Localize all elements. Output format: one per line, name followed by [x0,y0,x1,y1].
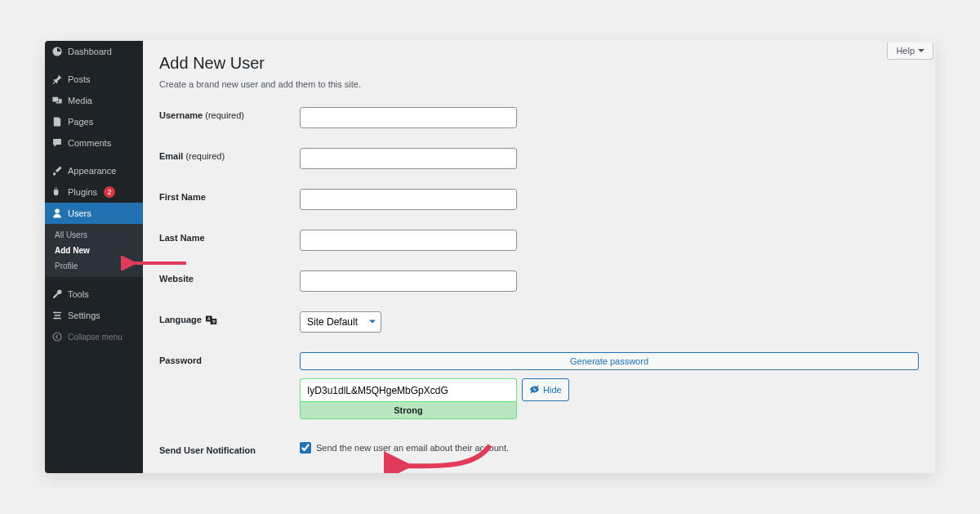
username-label: Username (required) [159,107,300,120]
sidebar-item-plugins[interactable]: Plugins 2 [45,181,143,203]
svg-point-3 [53,333,61,341]
page-icon [51,116,63,127]
sidebar-item-label: Posts [68,74,91,84]
password-label: Password [159,352,300,365]
sidebar-item-label: Dashboard [68,47,112,56]
settings-icon [51,310,63,321]
sidebar-item-settings[interactable]: Settings [45,305,143,326]
email-input[interactable] [300,148,517,169]
notification-text: Send the new user an email about their a… [316,443,509,453]
sidebar-item-appearance[interactable]: Appearance [45,160,143,181]
sidebar-submenu-users: All Users Add New Profile [45,224,143,277]
email-label: Email (required) [159,148,300,161]
notification-checkbox-row[interactable]: Send the new user an email about their a… [300,442,919,454]
language-select[interactable]: Site Default [300,311,381,333]
svg-text:字: 字 [212,320,216,324]
sidebar-item-tools[interactable]: Tools [45,284,143,305]
dashboard-icon [51,46,63,57]
svg-point-2 [56,317,57,319]
brush-icon [51,165,63,177]
submenu-profile[interactable]: Profile [45,258,143,274]
sidebar-item-pages[interactable]: Pages [45,111,143,132]
generate-password-button[interactable]: Generate password [300,352,919,370]
help-tab[interactable]: Help [887,42,933,60]
website-input[interactable] [300,270,517,292]
sidebar-item-label: Media [68,96,92,105]
collapse-icon [51,331,63,342]
sidebar-item-label: Settings [68,311,100,320]
collapse-label: Collapse menu [68,333,122,342]
sidebar-item-dashboard[interactable]: Dashboard [45,41,143,62]
wrench-icon [51,288,63,300]
firstname-input[interactable] [300,189,517,210]
firstname-label: First Name [159,189,300,202]
password-strength: Strong [300,401,517,419]
svg-text:A: A [207,317,211,321]
svg-point-0 [54,311,56,313]
admin-sidebar: Dashboard Posts Media Pages Comments App… [45,41,143,473]
plugin-icon [51,186,63,198]
user-icon [51,208,63,219]
sidebar-item-label: Users [68,208,91,218]
username-input[interactable] [300,107,517,128]
sidebar-item-users[interactable]: Users [45,203,143,224]
eye-slash-icon [529,384,540,396]
hide-password-button[interactable]: Hide [522,378,569,401]
password-input[interactable] [300,378,517,401]
notification-checkbox[interactable] [300,442,311,454]
submenu-all-users[interactable]: All Users [45,227,143,243]
sidebar-item-label: Appearance [68,166,116,176]
submenu-add-new[interactable]: Add New [45,243,143,258]
sidebar-item-label: Pages [68,117,93,127]
translate-icon: A字 [206,315,217,325]
sidebar-item-comments[interactable]: Comments [45,132,143,154]
sidebar-item-media[interactable]: Media [45,90,143,111]
sidebar-item-label: Comments [68,138,111,148]
chevron-down-icon [918,49,924,56]
language-label: Language A字 [159,311,300,325]
update-badge: 2 [104,186,115,198]
page-title: Add New User [159,54,919,73]
sidebar-item-label: Plugins [68,187,97,197]
lastname-input[interactable] [300,230,517,251]
website-label: Website [159,270,300,284]
main-content: Help Add New User Create a brand new use… [143,41,935,473]
help-label: Help [896,46,915,56]
sidebar-collapse[interactable]: Collapse menu [45,326,143,347]
sidebar-item-posts[interactable]: Posts [45,69,143,90]
svg-point-1 [59,315,60,316]
notification-label: Send User Notification [159,442,300,455]
comment-icon [51,137,63,149]
hide-label: Hide [543,385,562,395]
sidebar-item-label: Tools [68,289,89,299]
pin-icon [51,74,63,85]
page-description: Create a brand new user and add them to … [159,79,919,89]
media-icon [51,95,63,106]
lastname-label: Last Name [159,230,300,243]
